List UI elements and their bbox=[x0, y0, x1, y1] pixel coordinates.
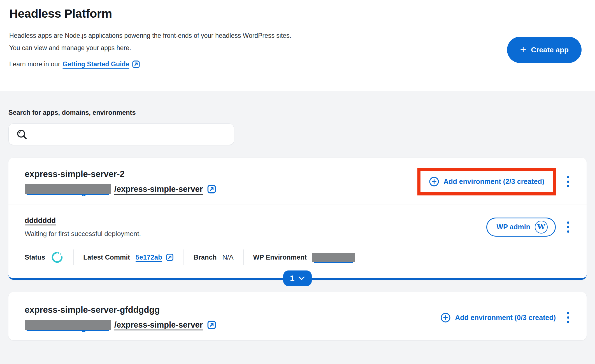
description-line-2: You can view and manage your apps here. bbox=[9, 44, 131, 52]
create-app-button[interactable]: + Create app bbox=[507, 37, 582, 63]
apps-section: Search for apps, domains, environments e… bbox=[0, 109, 595, 340]
environment-status-message: Waiting for first successful deployment. bbox=[25, 230, 141, 238]
app-actions: Add environment (2/3 created) bbox=[417, 168, 573, 195]
add-environment-label: Add environment (0/3 created) bbox=[455, 314, 556, 322]
external-link-icon bbox=[207, 320, 217, 330]
plus-circle-icon bbox=[440, 312, 451, 323]
environment-section: ddddddd Waiting for first successful dep… bbox=[8, 204, 587, 278]
app-identity: express-simple-server-gfddgdgg g/express… bbox=[25, 305, 217, 330]
repo-path-label: /express-simple-server bbox=[114, 185, 203, 194]
repo-path-label: /express-simple-server bbox=[114, 320, 203, 330]
external-link-icon bbox=[132, 60, 140, 69]
redaction-peek-glyph: g bbox=[81, 324, 86, 332]
branch-value: N/A bbox=[222, 253, 233, 261]
app-actions: Add environment (0/3 created) bbox=[440, 309, 573, 326]
redacted-repo-prefix: g bbox=[25, 320, 111, 330]
commit-link[interactable]: 5e172ab bbox=[136, 253, 174, 262]
branch-field: Branch N/A bbox=[184, 253, 243, 261]
search-input[interactable] bbox=[32, 124, 227, 145]
environment-name-link[interactable]: ddddddd bbox=[25, 216, 56, 225]
latest-commit-field: Latest Commit 5e172ab bbox=[74, 253, 183, 262]
wordpress-icon: W bbox=[535, 221, 548, 234]
repo-link[interactable]: g/express-simple-server bbox=[25, 184, 217, 194]
plus-circle-icon bbox=[429, 176, 439, 187]
add-environment-label: Add environment (2/3 created) bbox=[443, 178, 544, 186]
learn-more-row: Learn more in our Getting Started Guide bbox=[9, 60, 582, 69]
app-kebab-menu-icon[interactable] bbox=[564, 309, 573, 326]
external-link-icon bbox=[207, 184, 217, 194]
headless-platform-page: { "header": { "title": "Headless Platfor… bbox=[0, 0, 595, 364]
commit-hash: 5e172ab bbox=[136, 253, 162, 261]
app-identity: express-simple-server-2 g/express-simple… bbox=[25, 169, 217, 194]
description-line-1: Headless apps are Node.js applications p… bbox=[9, 32, 291, 39]
wp-admin-label: WP admin bbox=[497, 223, 530, 231]
page-header: Headless Platform Headless apps are Node… bbox=[0, 0, 595, 91]
getting-started-guide-label: Getting Started Guide bbox=[63, 60, 129, 68]
app-name: express-simple-server-gfddgdgg bbox=[25, 305, 217, 315]
search-icon bbox=[16, 129, 28, 140]
app-kebab-menu-icon[interactable] bbox=[564, 173, 573, 190]
status-field: Status bbox=[25, 251, 73, 264]
latest-commit-label: Latest Commit bbox=[83, 253, 130, 261]
redacted-wp-environment-link[interactable] bbox=[312, 253, 355, 262]
environment-status-row: Status Latest Commit 5e172ab bbox=[25, 249, 573, 265]
environment-kebab-menu-icon[interactable] bbox=[564, 219, 573, 235]
environment-actions: WP admin W bbox=[486, 218, 573, 237]
search-label: Search for apps, domains, environments bbox=[8, 109, 587, 116]
redacted-repo-prefix: g bbox=[25, 184, 111, 194]
getting-started-guide-link[interactable]: Getting Started Guide bbox=[63, 60, 141, 69]
wp-environment-label: WP Environment bbox=[253, 253, 307, 261]
add-environment-link[interactable]: Add environment (0/3 created) bbox=[440, 312, 556, 323]
wordpress-w-glyph: W bbox=[537, 223, 545, 230]
wp-admin-button[interactable]: WP admin W bbox=[486, 218, 556, 237]
loading-spinner-icon bbox=[51, 251, 64, 264]
app-card-express-simple-server-2: express-simple-server-2 g/express-simple… bbox=[8, 158, 587, 280]
search-box[interactable] bbox=[8, 123, 234, 145]
status-label: Status bbox=[25, 253, 45, 261]
chevron-down-icon bbox=[298, 276, 305, 281]
learn-more-text: Learn more in our bbox=[9, 60, 60, 68]
app-name: express-simple-server-2 bbox=[25, 169, 217, 179]
app-card-header: express-simple-server-gfddgdgg g/express… bbox=[8, 292, 587, 340]
create-app-label: Create app bbox=[531, 46, 569, 54]
wp-environment-field: WP Environment bbox=[244, 253, 365, 262]
red-highlight-annotation: Add environment (2/3 created) bbox=[417, 168, 556, 195]
app-card-header: express-simple-server-2 g/express-simple… bbox=[8, 158, 587, 204]
add-environment-link[interactable]: Add environment (2/3 created) bbox=[429, 176, 544, 187]
redaction-peek-glyph: g bbox=[81, 188, 86, 196]
environment-identity: ddddddd Waiting for first successful dep… bbox=[25, 216, 141, 238]
page-title: Headless Platform bbox=[9, 7, 582, 20]
repo-link[interactable]: g/express-simple-server bbox=[25, 320, 217, 330]
plus-icon: + bbox=[520, 44, 526, 55]
app-card-express-simple-server-gfddgdgg: express-simple-server-gfddgdgg g/express… bbox=[8, 292, 587, 340]
branch-label: Branch bbox=[194, 253, 217, 261]
environment-header: ddddddd Waiting for first successful dep… bbox=[25, 216, 573, 238]
environment-count: 1 bbox=[290, 274, 294, 283]
environment-count-badge[interactable]: 1 bbox=[283, 270, 312, 286]
external-link-icon bbox=[166, 253, 174, 262]
page-description: Headless apps are Node.js applications p… bbox=[9, 29, 582, 54]
